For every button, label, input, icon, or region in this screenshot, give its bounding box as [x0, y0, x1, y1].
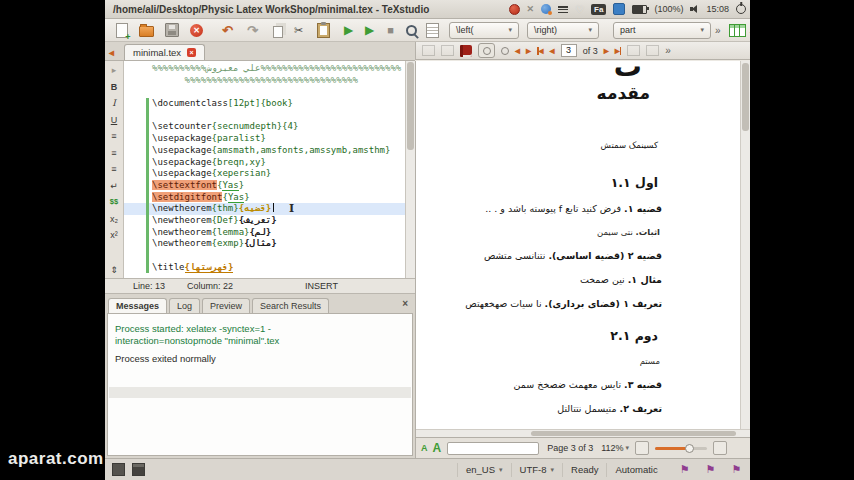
zoom-option-button[interactable]	[635, 441, 649, 455]
pdf-tool-icon[interactable]	[627, 45, 640, 56]
tab-search-results[interactable]: Search Results	[252, 298, 329, 313]
pdf-toolbar-overflow-icon[interactable]: »	[665, 45, 671, 56]
fmt-inline-math-icon[interactable]: $$	[110, 197, 118, 207]
pdf-search-field[interactable]	[447, 442, 539, 455]
menu-tray-icon[interactable]	[558, 6, 568, 13]
close-file-button[interactable]: ✕	[188, 22, 205, 39]
scrollbar-thumb[interactable]	[531, 431, 736, 436]
last-page-button[interactable]: ▸	[615, 45, 622, 56]
modified-line-marker	[146, 238, 149, 250]
scrollbar-thumb[interactable]	[742, 63, 749, 131]
volume-icon[interactable]	[690, 5, 699, 14]
pdf-vertical-scrollbar[interactable]	[740, 61, 750, 429]
tab-minimal-tex[interactable]: minimal.tex ×	[124, 44, 205, 60]
fmt-italic-icon[interactable]: I	[112, 98, 116, 108]
pdf-horizontal-scrollbar[interactable]	[416, 429, 750, 437]
chevron-down-icon[interactable]: ▾	[626, 444, 630, 452]
insert-table-button[interactable]	[729, 22, 746, 39]
tab-close-icon[interactable]: ×	[187, 48, 196, 57]
flag-icon[interactable]: ⚑	[706, 463, 716, 476]
scrollbar-thumb[interactable]	[407, 62, 414, 150]
locale-selector[interactable]: en_US ▾	[457, 463, 511, 477]
fmt-bold-icon[interactable]: B	[111, 82, 118, 92]
view-button[interactable]: ▶	[361, 22, 378, 39]
page-count-label: of 3	[583, 46, 598, 56]
modified-line-marker	[146, 168, 149, 180]
section-level-combo[interactable]: part ▾	[613, 22, 711, 39]
main-toolbar: + ✕ ↶ ↷ ✂ ▶ ▶ ■	[105, 19, 750, 42]
first-page-button[interactable]: ◂	[537, 45, 544, 56]
page-number-input[interactable]: 3	[561, 44, 577, 57]
right-delimiter-combo[interactable]: \right) ▾	[527, 22, 599, 39]
log-button[interactable]	[424, 22, 441, 39]
recording-indicator-icon[interactable]	[509, 4, 520, 15]
pdf-tool-icon[interactable]	[441, 45, 454, 56]
fmt-newline-icon[interactable]: ↵	[110, 181, 118, 191]
browser-tray-icon[interactable]	[541, 4, 551, 14]
previous-page-button[interactable]: ◂	[550, 45, 555, 56]
encoding-selector[interactable]: UTF-8 ▾	[511, 463, 562, 477]
cut-button[interactable]: ✂	[290, 22, 307, 39]
left-delimiter-combo[interactable]: \left( ▾	[449, 22, 519, 39]
zoom-level[interactable]: 112%	[601, 443, 623, 453]
pdf-back-icon[interactable]: ◂	[515, 45, 520, 56]
undo-button[interactable]: ↶	[219, 22, 236, 39]
stop-button[interactable]: ■	[382, 22, 399, 39]
tab-messages[interactable]: Messages	[108, 298, 167, 313]
open-file-button[interactable]	[138, 22, 155, 39]
find-button[interactable]	[403, 22, 420, 39]
code-token: \usepackage	[152, 168, 212, 178]
tray-utility-icon[interactable]: ✕	[527, 4, 535, 14]
paste-button[interactable]	[315, 22, 332, 39]
code-token: {4}	[282, 121, 298, 131]
hand-tool-icon[interactable]	[501, 47, 509, 55]
toggle-messages-icon[interactable]	[132, 463, 145, 476]
build-and-view-button[interactable]: ▶	[340, 22, 357, 39]
fmt-superscript-icon[interactable]: x²	[110, 230, 118, 240]
redo-button[interactable]: ↷	[244, 22, 261, 39]
flag-icon[interactable]: ⚑	[680, 463, 690, 476]
save-button[interactable]	[163, 22, 180, 39]
tab-log[interactable]: Log	[169, 298, 200, 313]
tab-preview[interactable]: Preview	[202, 298, 250, 313]
tab-scroll-left-icon[interactable]: ◂	[109, 47, 114, 58]
zoom-in-text-icon[interactable]: A	[433, 441, 442, 455]
app-tray-icon[interactable]	[613, 3, 625, 15]
power-icon[interactable]	[736, 4, 746, 14]
battery-icon[interactable]	[632, 5, 647, 14]
messages-close-icon[interactable]: ×	[402, 298, 408, 309]
copy-button[interactable]	[269, 22, 286, 39]
log-selected-row[interactable]	[109, 387, 411, 398]
editor-vertical-scrollbar[interactable]	[405, 61, 415, 278]
keyboard-layout-indicator[interactable]: Fa	[591, 4, 606, 15]
code-token: \newtheorem	[152, 238, 212, 248]
slider-handle[interactable]	[685, 444, 694, 453]
heart-tray-icon[interactable]: ♡	[575, 4, 584, 15]
chevron-down-icon: ▾	[508, 26, 512, 34]
fmt-align-right-icon[interactable]: ≡	[111, 164, 116, 174]
zoom-slider[interactable]	[655, 442, 707, 455]
toolbar-overflow-icon[interactable]: »	[715, 25, 721, 36]
line-ending-selector[interactable]: Automatic	[606, 463, 665, 477]
fmt-subscript-icon[interactable]: x₂	[110, 214, 118, 224]
fmt-expand-icon[interactable]: ⇕	[110, 265, 118, 275]
fmt-align-left-icon[interactable]: ≡	[111, 131, 116, 141]
code-token: {مثال}	[244, 238, 277, 248]
fmt-underline-icon[interactable]: U	[111, 115, 118, 125]
pdf-forward-icon[interactable]: ▸	[526, 45, 531, 56]
flag-icon[interactable]: ⚑	[731, 463, 741, 476]
pdf-tool-icon[interactable]	[422, 45, 435, 56]
toggle-sidepanel-icon[interactable]	[112, 463, 125, 476]
pdf-book-icon[interactable]	[460, 45, 472, 57]
fmt-align-center-icon[interactable]: ≡	[111, 148, 116, 158]
code-editor[interactable]: %%%%%%%%%%علي معبروش%%%%%%%%%%%%%%%%%%%%…	[124, 61, 405, 278]
zoom-out-text-icon[interactable]: A	[421, 443, 428, 453]
pdf-page[interactable]: بمقدمهکسینمک سمتش۱.۱ اولقضیه ۱. فرض کنید…	[416, 61, 750, 429]
new-file-button[interactable]: +	[113, 22, 130, 39]
next-page-button[interactable]: ▸	[604, 45, 609, 56]
fmt-scroll-right-icon[interactable]: ▸	[112, 65, 117, 75]
zoom-option-button[interactable]	[713, 441, 727, 455]
pdf-scroll-tool-toggle[interactable]	[478, 43, 495, 58]
pdf-tool-icon[interactable]	[646, 45, 659, 56]
search-icon	[406, 25, 417, 36]
